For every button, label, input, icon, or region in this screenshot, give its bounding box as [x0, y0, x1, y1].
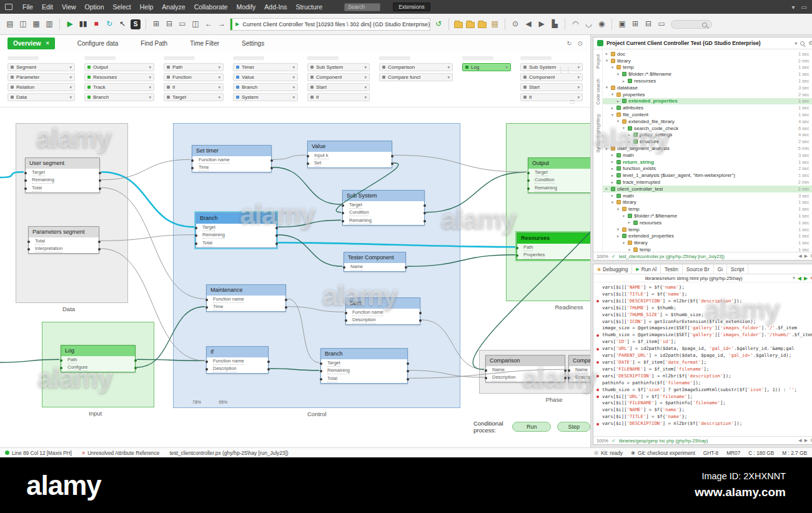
node-branch1[interactable]: BranchTargetRemainingTotal	[196, 212, 277, 248]
node-port-configure[interactable]: Configure	[61, 364, 135, 372]
stop-icon[interactable]: ■	[91, 19, 101, 29]
node-output[interactable]: OutputTargetConditionRemaining	[528, 157, 590, 193]
image-icon[interactable]: ▣	[617, 19, 627, 29]
node-tester[interactable]: Tester ComponentName	[344, 252, 406, 272]
grid-remove-icon[interactable]: ⊟	[643, 19, 653, 29]
zoom-level[interactable]: 100%	[597, 438, 608, 444]
filter-data[interactable]: Data▾	[7, 93, 75, 101]
node-port-remaining[interactable]: Remaining	[528, 184, 590, 192]
folder-new-icon[interactable]	[454, 22, 463, 28]
tree-arrow-icon[interactable]: ▾	[621, 126, 626, 131]
node-port-remaining[interactable]: Remaining	[196, 232, 276, 240]
node-port-set[interactable]: Set	[308, 160, 392, 168]
search-icon[interactable]	[800, 41, 805, 46]
debug-tab-script[interactable]: Script	[727, 264, 748, 274]
filter-start[interactable]: Start▾	[307, 83, 370, 91]
tree-item-library[interactable]: ▾library2 min	[603, 57, 812, 64]
node-port-remaining[interactable]: Remaining	[343, 217, 424, 225]
menu-item-edit[interactable]: Edit	[37, 2, 57, 12]
breadcrumb[interactable]: ▶Current Client Controller Test [10293 f…	[230, 18, 430, 31]
tree-item-temp[interactable]: ▾temp1 sec	[603, 226, 812, 233]
node-port-time[interactable]: Time	[207, 304, 285, 312]
node-port-interpretation[interactable]: Interpretation	[29, 246, 99, 254]
tree-arrow-icon[interactable]: ▾	[616, 227, 620, 232]
filter-if[interactable]: If▾	[164, 83, 224, 91]
tree-item-attributes[interactable]: ▸attributes1 sec	[603, 104, 812, 111]
zoom-level[interactable]: 100%	[597, 254, 608, 259]
tree-item-structure[interactable]: ▸structure2 sec	[603, 138, 812, 145]
node-port-description[interactable]: Description	[207, 366, 268, 374]
debug-tab-testin[interactable]: Testin	[661, 264, 683, 274]
tree-item-extended-properties[interactable]: ▸extended_properties1 sec	[603, 233, 812, 240]
tree-item-search-code-check[interactable]: ▾search_code_check6 sec	[603, 125, 812, 132]
tree-item-resourses[interactable]: ▸resourses1 sec	[603, 77, 812, 84]
menu-item-select[interactable]: Select	[109, 2, 136, 12]
side-tab-project[interactable]: Project	[595, 54, 601, 69]
node-port-function-name[interactable]: Function name	[346, 309, 420, 317]
tree-item-doc[interactable]: ▸doc1 sec	[603, 51, 812, 57]
tree-arrow-icon[interactable]: ▾	[621, 214, 626, 219]
copy-icon[interactable]: ⊞	[151, 19, 161, 29]
tree-arrow-icon[interactable]: ▾	[616, 72, 620, 77]
node-port-name[interactable]: Name	[569, 366, 590, 374]
side-tab-syntax-highlighting[interactable]: Syntax highlighting	[595, 114, 601, 152]
node-port-condition[interactable]: Condition	[343, 209, 424, 217]
refresh-icon[interactable]: ↻	[567, 40, 572, 47]
node-branch2[interactable]: BranchTargetRemainingTotal	[320, 348, 408, 384]
nav-right-icon[interactable]: ▶	[804, 276, 808, 281]
node-value[interactable]: ValueInput kSet	[307, 141, 392, 168]
node-port-time[interactable]: Time	[192, 164, 271, 172]
tab-settings[interactable]: Settings	[242, 40, 264, 47]
side-tab-code-search[interactable]: Code search	[595, 79, 601, 104]
forward-icon[interactable]: →	[217, 19, 227, 29]
library-icon[interactable]: ▤	[490, 19, 500, 29]
menu-item-view[interactable]: View	[57, 2, 81, 12]
window-layout-icon[interactable]: ▭	[801, 4, 807, 11]
tree-arrow-icon[interactable]: ▸	[610, 173, 615, 178]
tree-item-folder-filename[interactable]: ▾$folder:/*.$filename1 sec	[603, 212, 812, 219]
filter-output[interactable]: Output▾	[84, 63, 154, 71]
node-comparison[interactable]: ComparisonNameDescription	[485, 355, 565, 382]
tree-arrow-icon[interactable]: ▸	[627, 132, 631, 137]
node-port-target[interactable]: Target	[321, 359, 407, 367]
tree-item-properties[interactable]: ▾properties2 sec	[603, 91, 812, 98]
node-port-total[interactable]: Total	[321, 375, 407, 383]
tree-item-temp[interactable]: ▾temp1 sec	[603, 206, 812, 212]
filter-component[interactable]: Component▾	[520, 73, 583, 81]
pause-icon[interactable]: ▮▮	[78, 19, 88, 29]
filter-start[interactable]: Start▾	[520, 83, 583, 91]
step-back-icon[interactable]: ◀	[523, 19, 533, 29]
filter-relation[interactable]: Relation▾	[7, 83, 75, 91]
menu-item-help[interactable]: Help	[136, 2, 158, 12]
filter-branch[interactable]: Branch▾	[84, 93, 154, 101]
node-set-timer[interactable]: Set timerFunction nameTime	[192, 145, 272, 172]
node-port-total[interactable]: Total	[26, 184, 99, 192]
node-port-description[interactable]: Description	[486, 374, 565, 382]
tree-item-policy-settings[interactable]: ▸policy_settings4 sec	[603, 132, 812, 139]
filter-value[interactable]: Value▾	[233, 73, 298, 81]
tab-time-filter[interactable]: Time Filter	[190, 40, 219, 47]
chart-icon[interactable]: ▙	[550, 19, 560, 29]
menu-item-option[interactable]: Option	[81, 2, 109, 12]
tree-arrow-icon[interactable]: ▾	[627, 247, 631, 252]
chevron-down-icon[interactable]: ▾	[795, 41, 797, 46]
node-start[interactable]: StartFunction nameDescription	[345, 297, 420, 325]
node-port-total[interactable]: Total	[29, 237, 99, 246]
nav-left-icon[interactable]: ◀	[798, 438, 801, 443]
node-port-total[interactable]: Total	[196, 239, 276, 247]
node-port-name[interactable]: Name	[486, 366, 565, 374]
tab-close-icon[interactable]: ×	[46, 40, 49, 46]
nav-right-icon[interactable]: ▶	[805, 438, 808, 443]
filter-system[interactable]: System▾	[233, 93, 298, 101]
tree-arrow-icon[interactable]: ▸	[627, 139, 631, 144]
tree-item-extended-file-library[interactable]: ▾extended_file_library4 sec	[603, 118, 812, 125]
debug-tab-source-br[interactable]: Source Br	[683, 264, 714, 274]
menu-item-add-ins[interactable]: Add-Ins	[260, 2, 291, 12]
folder-sync-icon[interactable]	[478, 22, 487, 28]
tree-arrow-icon[interactable]: ▾	[605, 85, 609, 90]
chevron-down-icon[interactable]: ▾	[792, 4, 795, 11]
tree-arrow-icon[interactable]: ▸	[621, 79, 626, 84]
tree-item-client-controller-test[interactable]: ▸client_controller_test2 min	[603, 186, 812, 192]
nav-left-icon[interactable]: ◀	[798, 254, 801, 259]
tab-find-path[interactable]: Find Path	[141, 40, 167, 47]
